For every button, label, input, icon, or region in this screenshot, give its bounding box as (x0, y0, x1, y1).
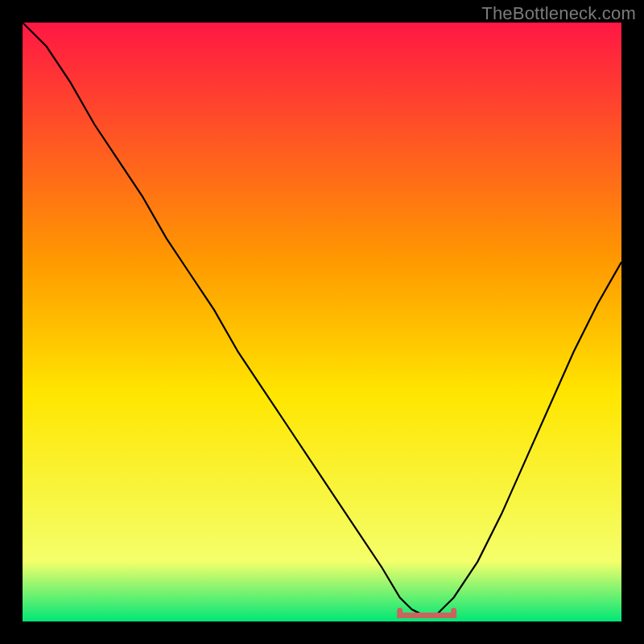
bottleneck-chart (23, 23, 621, 621)
watermark-label: TheBottleneck.com (481, 3, 636, 24)
chart-frame: TheBottleneck.com (0, 0, 644, 644)
chart-background (23, 23, 621, 621)
